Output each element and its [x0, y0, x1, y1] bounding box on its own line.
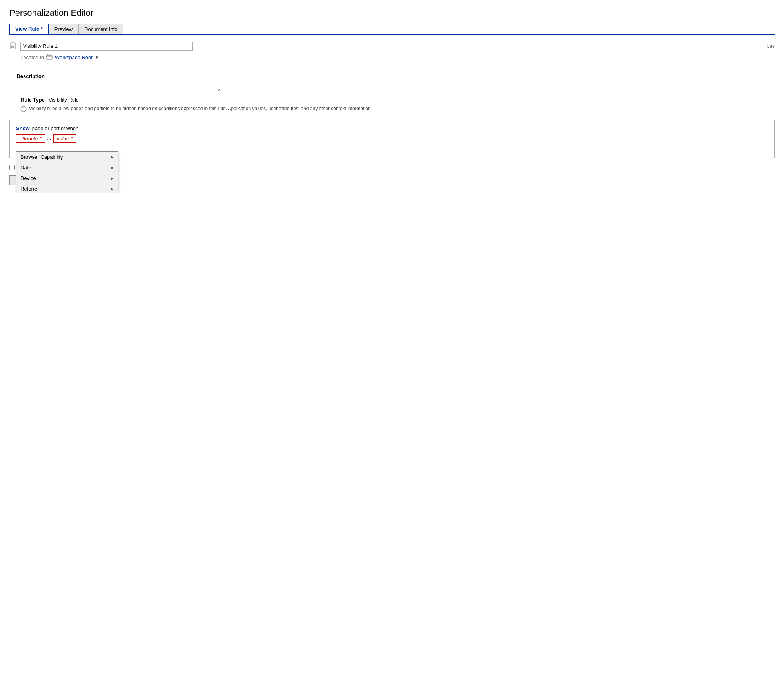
- chevron-browser-capability: ▶: [111, 155, 114, 159]
- menu-label-referrer: Referrer: [20, 186, 39, 192]
- rule-name-row: Las: [9, 42, 775, 51]
- svg-rect-3: [11, 46, 14, 47]
- svg-rect-6: [48, 54, 49, 56]
- tab-view-rule[interactable]: View Rule *: [9, 24, 49, 34]
- page-container: Personalization Editor View Rule * Previ…: [0, 0, 784, 193]
- rule-name-input[interactable]: [20, 42, 193, 51]
- tabs-bar: View Rule * Preview Document Info: [9, 24, 775, 35]
- description-label: Description: [9, 72, 45, 79]
- tab-document-info[interactable]: Document Info: [78, 24, 123, 34]
- rule-type-description: Visibility rules allow pages and portlet…: [29, 106, 371, 111]
- menu-item-referrer[interactable]: Referrer ▶: [16, 183, 118, 193]
- description-textarea[interactable]: [49, 72, 221, 92]
- located-in-row: Located in Workspace Root ▼: [20, 54, 775, 61]
- located-in-label: Located in: [20, 54, 44, 60]
- show-rest-text: page or portlet when: [32, 125, 79, 131]
- main-menu: Browser Capability ▶ Date ▶ Device ▶ Ref…: [16, 151, 118, 193]
- chevron-device: ▶: [111, 176, 114, 180]
- menu-item-date[interactable]: Date ▶: [16, 162, 118, 173]
- info-icon: [20, 106, 27, 113]
- svg-rect-4: [11, 47, 14, 48]
- divider: [9, 67, 775, 67]
- chevron-date: ▶: [111, 165, 114, 170]
- workspace-icon: [46, 54, 53, 61]
- page-title: Personalization Editor: [9, 8, 775, 18]
- is-text: is: [47, 136, 51, 142]
- last-modified: Las: [767, 44, 775, 49]
- svg-point-8: [23, 107, 24, 108]
- attribute-button[interactable]: attribute *: [16, 134, 45, 143]
- rule-icon: [9, 42, 17, 50]
- strip-checkbox[interactable]: [9, 165, 15, 170]
- rule-type-row: Rule Type Visibility Rule: [9, 95, 775, 103]
- rule-type-label: Rule Type: [9, 95, 45, 103]
- menu-item-browser-capability[interactable]: Browser Capability ▶: [16, 152, 118, 162]
- svg-rect-5: [47, 55, 52, 59]
- tab-preview[interactable]: Preview: [49, 24, 78, 34]
- rule-type-value: Visibility Rule: [49, 95, 79, 103]
- strip-row: Stri isitive.: [9, 165, 775, 171]
- svg-rect-2: [11, 45, 15, 45]
- menu-label-browser-capability: Browser Capability: [20, 154, 63, 160]
- menu-item-device[interactable]: Device ▶: [16, 173, 118, 183]
- rule-description-row: Visibility rules allow pages and portlet…: [20, 106, 775, 113]
- svg-point-7: [21, 106, 26, 112]
- condition-box: Show page or portlet when attribute * is…: [9, 120, 775, 158]
- show-line: Show page or portlet when: [16, 125, 768, 131]
- dropdown-menu-area: Browser Capability ▶ Date ▶ Device ▶ Ref…: [16, 147, 768, 152]
- svg-rect-1: [11, 44, 15, 44]
- menu-label-date: Date: [20, 165, 31, 171]
- show-link[interactable]: Show: [16, 125, 30, 131]
- chevron-referrer: ▶: [111, 187, 114, 191]
- value-button[interactable]: value *: [53, 134, 76, 143]
- menu-label-device: Device: [20, 175, 36, 181]
- attribute-row: attribute * is value *: [16, 134, 768, 143]
- workspace-dropdown-arrow[interactable]: ▼: [95, 55, 99, 60]
- description-row: Description: [9, 72, 775, 92]
- workspace-root-link[interactable]: Workspace Root: [55, 54, 93, 60]
